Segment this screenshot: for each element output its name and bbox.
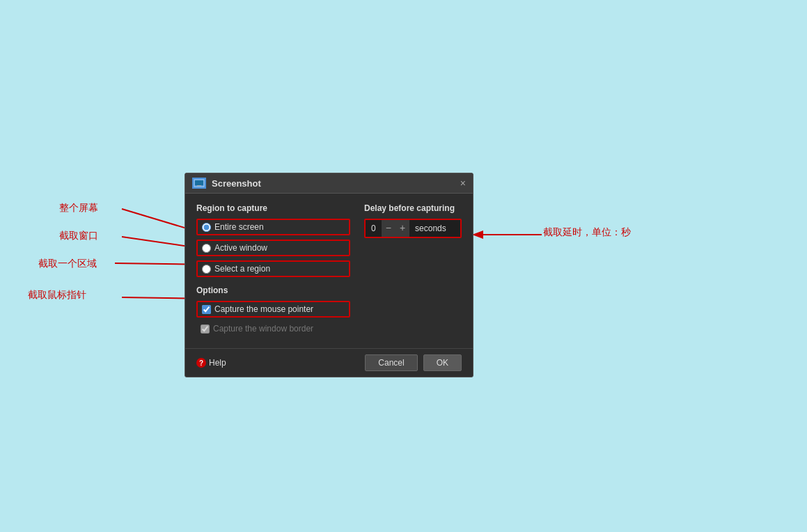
region-section: Region to capture Entire screen Active w… (196, 203, 350, 340)
checkbox-window-border: Capture the window border (196, 322, 350, 336)
delay-minus-button[interactable]: − (382, 220, 395, 237)
svg-rect-7 (195, 180, 203, 185)
cancel-button[interactable]: Cancel (365, 354, 417, 371)
checkbox-mouse-pointer-label: Capture the mouse pointer (214, 304, 313, 314)
delay-value: 0 (366, 221, 382, 235)
label-entire-screen: 整个屏幕 (59, 202, 98, 214)
radio-entire-screen[interactable]: Entire screen (196, 219, 350, 235)
radio-active-window-label: Active window (214, 243, 267, 253)
help-button[interactable]: ? Help (196, 358, 226, 368)
svg-rect-8 (197, 185, 201, 186)
options-section: Options Capture the mouse pointer Captur… (196, 285, 350, 336)
checkbox-mouse-pointer-input[interactable] (202, 305, 211, 314)
delay-section-title: Delay before capturing (364, 203, 462, 213)
screenshot-dialog: Screenshot × Region to capture Entire sc… (185, 173, 473, 377)
dialog-footer: ? Help Cancel OK (185, 348, 473, 377)
delay-seconds-label: seconds (409, 221, 452, 235)
label-active-window: 截取窗口 (59, 230, 98, 242)
radio-entire-screen-label: Entire screen (214, 222, 264, 232)
region-radio-group: Entire screen Active window Select a reg… (196, 219, 350, 277)
checkbox-window-border-input (201, 324, 210, 334)
region-section-title: Region to capture (196, 203, 350, 213)
radio-entire-screen-input[interactable] (202, 223, 211, 232)
help-label: Help (209, 358, 226, 368)
delay-control: 0 − + seconds (364, 219, 462, 238)
radio-select-region-input[interactable] (202, 265, 211, 274)
dialog-title: Screenshot (212, 178, 261, 189)
radio-active-window-input[interactable] (202, 244, 211, 253)
checkbox-window-border-label: Capture the window border (213, 324, 313, 334)
help-icon: ? (196, 358, 206, 368)
options-section-title: Options (196, 285, 350, 295)
radio-select-region-label: Select a region (214, 264, 270, 274)
delay-section: Delay before capturing 0 − + seconds (364, 203, 462, 340)
radio-select-region[interactable]: Select a region (196, 260, 350, 277)
close-button[interactable]: × (460, 178, 466, 188)
radio-active-window[interactable]: Active window (196, 240, 350, 256)
label-mouse-pointer: 截取鼠标指针 (28, 289, 86, 302)
dialog-app-icon (192, 178, 206, 189)
label-delay-unit: 截取延时，单位：秒 (543, 226, 631, 239)
delay-plus-button[interactable]: + (395, 220, 409, 237)
label-select-region: 截取一个区域 (38, 258, 97, 270)
checkbox-mouse-pointer[interactable]: Capture the mouse pointer (196, 301, 350, 318)
ok-button[interactable]: OK (423, 354, 462, 371)
dialog-titlebar: Screenshot × (185, 173, 473, 194)
